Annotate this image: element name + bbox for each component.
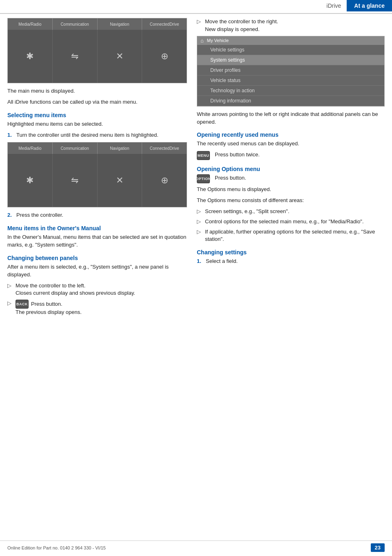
arrow-icon-back: ▷ [7, 300, 13, 316]
left-column: Media/Radio Communication Navigation Con… [7, 18, 187, 319]
menu2-item-media: Media/Radio [8, 142, 53, 154]
menu-item-nav: Navigation [98, 18, 143, 30]
caption-main-menu-2: All iDrive functions can be called up vi… [7, 98, 187, 106]
caption-main-menu-1: The main menu is displayed. [7, 87, 187, 95]
bullet-control-options: ▷ Control options for the selected main … [197, 218, 385, 226]
icon2-globe: ⊕ [142, 154, 187, 207]
bullet-control-text: Control options for the selected main me… [205, 218, 364, 226]
arrow-icon-right: ▷ [197, 18, 203, 33]
section-changing-settings-heading: Changing settings [197, 249, 385, 256]
section-recently-used-heading: Opening recently used menus [197, 131, 385, 138]
option-btn-text: Press button. [215, 174, 246, 183]
bullet-left-text: Move the controller to the left. [16, 282, 85, 289]
changing-step-1: 1. Select a field. [197, 258, 385, 265]
back-btn-content: BACK Press button. The previous display … [16, 300, 82, 316]
footer-text: Online Edition for Part no. 0140 2 964 3… [7, 545, 106, 550]
vehicle-menu-screen: ⌂ My Vehicle Vehicle settings System set… [197, 36, 385, 107]
bullet-menu-btn: MENU Press button twice. [197, 151, 385, 160]
steps-list-2: 2. Press the controller. [7, 211, 187, 219]
bullet-right-text: Move the controller to the right. [205, 18, 278, 24]
screen-item-technology: Technology in action [197, 86, 384, 96]
arrow-icon-further: ▷ [197, 228, 203, 244]
arrow-icon-left: ▷ [7, 282, 13, 298]
icon-nav: ✕ [98, 30, 143, 83]
page-content: Media/Radio Communication Navigation Con… [0, 18, 392, 319]
right-column: ▷ Move the controller to the right. New … [197, 18, 385, 319]
icon-bluetooth: ✱ [8, 30, 53, 83]
right-screen-caption: White arrows pointing to the left or rig… [197, 111, 385, 126]
icon-globe: ⊕ [142, 30, 187, 83]
step-2-num: 2. [7, 211, 14, 219]
icon2-nav: ✕ [98, 154, 143, 207]
changing-panels-text: After a menu item is selected, e.g., "Sy… [7, 263, 187, 279]
step-2: 2. Press the controller. [7, 211, 187, 219]
main-menu-screen-2: Media/Radio Communication Navigation Con… [7, 142, 187, 207]
bullet-move-right: ▷ Move the controller to the right. New … [197, 18, 385, 33]
bullet-move-left: ▷ Move the controller to the left. Close… [7, 282, 187, 298]
screen-item-driver-profiles: Driver profiles [197, 65, 384, 76]
back-button-img: BACK [16, 300, 29, 309]
screen-topbar: ⌂ My Vehicle [197, 36, 384, 45]
step-2-text: Press the controller. [16, 211, 63, 219]
menu2-item-connected: ConnectedDrive [142, 142, 187, 154]
bullet-back-btn: ▷ BACK Press button. The previous displa… [7, 300, 187, 316]
menu2-item-comm: Communication [53, 142, 98, 154]
bullet-left-content: Move the controller to the left. Closes … [16, 282, 135, 298]
main-menu-screen-1: Media/Radio Communication Navigation Con… [7, 18, 187, 83]
section-options-heading: Opening Options menu [197, 166, 385, 172]
menu-button-img: MENU [197, 151, 210, 160]
screen-topbar-label: My Vehicle [207, 38, 229, 43]
arrow-icon-control: ▷ [197, 218, 203, 226]
page-header: iDrive At a glance [0, 0, 392, 14]
menu2-item-nav: Navigation [98, 142, 143, 154]
changing-step-1-num: 1. [197, 258, 203, 265]
screen-item-vehicle-settings: Vehicle settings [197, 45, 384, 55]
ataglance-label: At a glance [347, 0, 392, 11]
steps-list-1: 1. Turn the controller until the desired… [7, 131, 187, 139]
step-1: 1. Turn the controller until the desired… [7, 131, 187, 139]
recently-used-text: The recently used menus can be displayed… [197, 140, 385, 148]
menu-item-connected: ConnectedDrive [142, 18, 187, 30]
step-1-num: 1. [7, 131, 14, 139]
screen-item-system-settings: System settings [197, 55, 384, 65]
page-number: 23 [371, 543, 385, 552]
screen-item-driving-info: Driving information [197, 96, 384, 106]
changing-step-1-text: Select a field. [206, 258, 238, 265]
page-footer: Online Edition for Part no. 0140 2 964 3… [0, 540, 392, 552]
bullet-further-options: ▷ If applicable, further operating optio… [197, 228, 385, 244]
selecting-intro: Highlighted menu items can be selected. [7, 120, 187, 128]
section-selecting-heading: Selecting menu items [7, 112, 187, 118]
icon2-comm: ⇋ [53, 154, 98, 207]
arrow-icon-screen: ▷ [197, 208, 203, 216]
changing-settings-steps: 1. Select a field. [197, 258, 385, 265]
bullet-right-content: Move the controller to the right. New di… [205, 18, 278, 33]
menu-item-comm: Communication [53, 18, 98, 30]
section-ownersman-heading: Menu items in the Owner's Manual [7, 225, 187, 231]
options-caption-1: The Options menu is displayed. [197, 186, 385, 193]
back-btn-subtext: The previous display opens. [16, 309, 82, 315]
back-btn-text: Press button. [31, 300, 62, 308]
options-caption-2: The Options menu consists of different a… [197, 197, 385, 205]
bullet-right-subtext: New display is opened. [205, 26, 260, 32]
option-button-img: OPTION [197, 174, 210, 183]
back-button-inline: BACK Press button. [16, 300, 62, 309]
bullet-left-subtext: Closes current display and shows previou… [16, 290, 135, 296]
icon2-bluetooth: ✱ [8, 154, 53, 207]
bullet-screen-settings: ▷ Screen settings, e.g., "Split screen". [197, 208, 385, 216]
section-changing-panels-heading: Changing between panels [7, 255, 187, 261]
menu-btn-text: Press button twice. [215, 151, 260, 160]
ownersman-text: In the Owner's Manual, menu items that c… [7, 234, 187, 249]
bullet-screen-text: Screen settings, e.g., "Split screen". [205, 208, 290, 216]
menu-item-media: Media/Radio [8, 18, 53, 30]
icon-comm: ⇋ [53, 30, 98, 83]
screen-item-vehicle-status: Vehicle status [197, 76, 384, 86]
home-icon: ⌂ [200, 38, 204, 44]
bullet-further-text: If applicable, further operating options… [205, 228, 385, 244]
idrive-label: iDrive [321, 1, 347, 11]
bullet-option-btn: OPTION Press button. [197, 174, 385, 183]
step-1-text: Turn the controller until the desired me… [16, 131, 158, 139]
